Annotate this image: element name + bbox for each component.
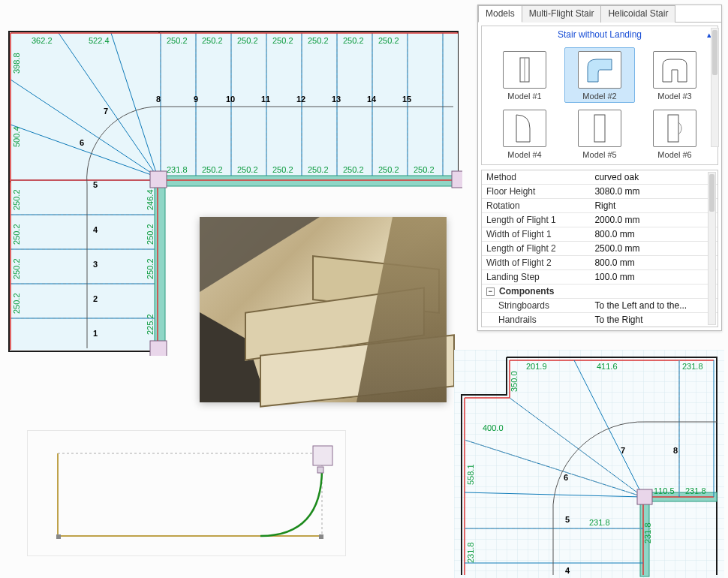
model-3-icon (653, 51, 696, 89)
model-6-icon (653, 110, 696, 147)
svg-text:4: 4 (565, 566, 570, 575)
stair-3d-preview (200, 217, 447, 402)
svg-text:231.8: 231.8 (167, 165, 188, 174)
svg-rect-92 (319, 534, 323, 539)
svg-text:250.2: 250.2 (272, 36, 293, 45)
svg-text:250.2: 250.2 (12, 258, 21, 279)
model-label: Model #5 (582, 150, 616, 159)
svg-rect-41 (150, 171, 167, 188)
accordion-title: Stair without Landing (558, 29, 642, 40)
svg-rect-91 (56, 534, 61, 539)
svg-text:250.2: 250.2 (378, 36, 399, 45)
svg-text:6: 6 (80, 138, 84, 147)
svg-text:231.8: 231.8 (643, 522, 652, 543)
model-5-icon (578, 110, 621, 147)
tab-helicoidal[interactable]: Helicoidal Stair (600, 5, 675, 23)
svg-text:362.2: 362.2 (32, 36, 53, 45)
svg-rect-135 (668, 115, 678, 142)
svg-text:350.0: 350.0 (510, 371, 519, 392)
prop-width-flight-2[interactable]: Width of Flight 2800.0 mm (482, 255, 717, 269)
stair-properties-panel: Models Multi-Flight Stair Helicoidal Sta… (477, 5, 722, 331)
svg-rect-115 (637, 489, 652, 504)
svg-text:10: 10 (226, 95, 235, 104)
svg-text:11: 11 (261, 95, 270, 104)
svg-text:411.6: 411.6 (597, 362, 618, 371)
stair-sketch-bottom-left (27, 430, 346, 556)
model-4[interactable]: Model #4 (489, 106, 560, 161)
svg-text:250.2: 250.2 (414, 165, 435, 174)
model-4-icon (503, 110, 546, 147)
svg-text:1: 1 (93, 329, 98, 338)
svg-text:250.2: 250.2 (202, 36, 223, 45)
models-grid: Model #1 Model #2 Model #3 Model #4 Mode… (482, 43, 717, 164)
tab-multi-flight[interactable]: Multi-Flight Stair (522, 5, 602, 23)
svg-text:8: 8 (156, 95, 161, 104)
model-label: Model #6 (657, 150, 691, 159)
svg-text:231.8: 231.8 (685, 486, 706, 495)
model-label: Model #3 (657, 92, 691, 101)
model-6[interactable]: Model #6 (639, 106, 710, 161)
svg-text:250.2: 250.2 (343, 165, 364, 174)
svg-text:250.2: 250.2 (167, 36, 188, 45)
svg-rect-90 (317, 467, 323, 473)
svg-text:4: 4 (93, 225, 98, 234)
model-2[interactable]: Model #2 (564, 47, 635, 103)
tab-models[interactable]: Models (478, 5, 522, 23)
svg-text:231.8: 231.8 (682, 362, 703, 371)
prop-length-flight-2[interactable]: Length of Flight 22500.0 mm (482, 241, 717, 255)
svg-text:400.0: 400.0 (483, 423, 504, 432)
prop-width-flight-1[interactable]: Width of Flight 1800.0 mm (482, 227, 717, 241)
svg-text:5: 5 (93, 180, 98, 189)
svg-rect-134 (594, 115, 605, 142)
svg-rect-94 (454, 350, 724, 578)
svg-text:250.2: 250.2 (308, 36, 329, 45)
svg-text:225.2: 225.2 (146, 314, 155, 335)
model-3[interactable]: Model #3 (639, 47, 710, 103)
svg-text:250.2: 250.2 (12, 189, 21, 210)
svg-text:250.2: 250.2 (272, 165, 293, 174)
prop-floor-height[interactable]: Floor Height3080.0 mm (482, 184, 717, 198)
svg-rect-43 (150, 341, 167, 356)
prop-length-flight-1[interactable]: Length of Flight 12000.0 mm (482, 212, 717, 227)
svg-text:398.8: 398.8 (12, 53, 21, 74)
prop-landing-step[interactable]: Landing Step100.0 mm (482, 269, 717, 284)
model-label: Model #2 (582, 92, 616, 101)
svg-text:250.2: 250.2 (12, 293, 21, 314)
svg-text:250.2: 250.2 (378, 165, 399, 174)
svg-text:250.2: 250.2 (308, 165, 329, 174)
svg-text:201.9: 201.9 (526, 362, 547, 371)
properties-scrollbar[interactable] (708, 172, 716, 325)
svg-text:110.5: 110.5 (654, 486, 675, 495)
svg-text:12: 12 (296, 95, 305, 104)
model-1[interactable]: Model #1 (489, 47, 560, 103)
model-5[interactable]: Model #5 (564, 106, 635, 161)
models-scrollbar[interactable] (711, 28, 719, 147)
prop-stringboards[interactable]: StringboardsTo the Left and to the... (482, 298, 717, 312)
properties-grid: Methodcurved oak Floor Height3080.0 mm R… (481, 170, 718, 327)
svg-text:558.1: 558.1 (466, 464, 475, 485)
svg-text:250.2: 250.2 (237, 165, 258, 174)
svg-text:2: 2 (93, 294, 98, 303)
model-1-icon (503, 51, 546, 89)
model-label: Model #4 (507, 150, 541, 159)
model-2-icon (578, 51, 621, 89)
svg-text:6: 6 (564, 473, 568, 482)
svg-text:15: 15 (402, 95, 411, 104)
svg-text:250.2: 250.2 (343, 36, 364, 45)
prop-group-components[interactable]: −Components (482, 284, 717, 298)
svg-text:5: 5 (565, 515, 570, 524)
svg-text:231.8: 231.8 (589, 518, 610, 527)
svg-text:250.2: 250.2 (237, 36, 258, 45)
svg-rect-86 (58, 453, 322, 536)
svg-text:246.4: 246.4 (146, 189, 155, 210)
collapse-icon[interactable]: − (486, 287, 495, 296)
prop-method[interactable]: Methodcurved oak (482, 170, 717, 184)
accordion-stair-without-landing[interactable]: Stair without Landing ▴ (482, 26, 717, 43)
svg-text:522.4: 522.4 (89, 36, 110, 45)
svg-text:500.4: 500.4 (12, 126, 21, 147)
model-label: Model #1 (507, 92, 541, 101)
svg-text:14: 14 (367, 95, 377, 104)
prop-rotation[interactable]: RotationRight (482, 198, 717, 212)
prop-handrails[interactable]: HandrailsTo the Right (482, 312, 717, 327)
svg-rect-3 (11, 180, 158, 350)
